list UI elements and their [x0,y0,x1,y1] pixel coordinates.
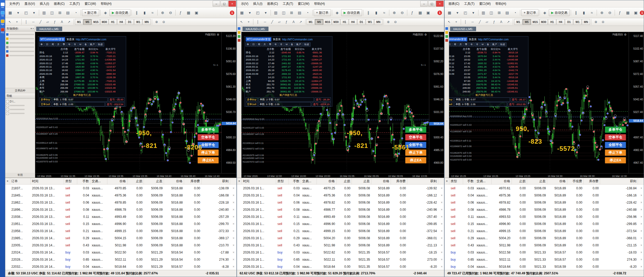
close-order-icon[interactable]: × [638,251,644,254]
panel-tab[interactable]: 轨迹 [97,43,104,46]
timeframe-mn[interactable]: MN [582,19,590,25]
order-row[interactable]: sell0.21xauus...4999.150.005006.095016.8… [445,227,644,234]
timeframe-m1[interactable]: M1 [514,19,522,25]
new-order-button[interactable]: +新订单 [314,9,331,16]
order-row[interactable]: 22032...2026.03.16 14...buy0.04xauus...5… [5,263,236,270]
dock-icon[interactable] [445,39,448,42]
order-row[interactable]: sell0.43xauus...5011.980.005006.095016.8… [445,242,644,249]
close-button[interactable]: × [436,1,444,7]
crosshair-icon[interactable]: + [453,19,460,25]
close-order-icon[interactable]: × [638,229,644,233]
menu-item[interactable]: 图表(C) [446,0,462,7]
menu-item[interactable]: 工具(T) [280,0,295,7]
close-order-icon[interactable]: × [638,215,644,219]
close-order-icon[interactable]: × [438,265,444,269]
timeframe-m30[interactable]: M30 [100,19,108,25]
bar-chart-icon[interactable]: ∥ [364,9,372,16]
timeframe-h1[interactable]: H1 [548,19,556,25]
panel-tab[interactable]: 日 [45,43,50,46]
text-label-icon[interactable]: A [290,19,297,25]
menu-item[interactable]: 图表(C) [52,0,67,7]
dock-icon[interactable] [238,35,240,38]
order-row[interactable]: 21845...2026.03.16 13...sell0.04xauus...… [5,192,236,199]
profiles-menu-icon[interactable]: ▾ [262,9,270,16]
menu-item[interactable]: 插入(I) [251,0,265,7]
minimize-button[interactable]: – [420,1,428,7]
timeframe-m30[interactable]: M30 [332,19,340,25]
order-row[interactable]: 2026.03.16 1...sell0.21xauu...4999.150.0… [237,227,444,234]
column-header[interactable]: 止损 [127,178,144,184]
column-header[interactable]: 库存费 [184,178,202,184]
panel-tab[interactable]: 月 [56,43,61,46]
panel-tab[interactable]: 季 [268,43,273,46]
column-header[interactable]: 价格 [317,178,336,184]
new-chart-menu-icon[interactable]: ▾ [246,9,254,16]
market-watch-item[interactable] [6,32,34,36]
close-long-button[interactable]: 多单平仓 [605,126,626,133]
candle-chart-icon[interactable]: ▮ [372,9,380,16]
order-row[interactable]: sell0.03xauus...4970.610.005006.095016.8… [445,185,644,192]
close-button[interactable]: × [229,1,236,7]
panel-tab[interactable]: 备 [290,43,295,46]
arrow-tools-icon[interactable]: ↗ [505,19,512,25]
panel-link[interactable]: http://MTCommander.com [282,38,313,41]
panel-tab[interactable]: 账户 [295,43,303,46]
close-order-icon[interactable]: × [638,222,644,226]
order-row[interactable]: 2026.03.16 1...sell0.15xauu...4996.900.0… [237,220,444,227]
line-chart-icon[interactable]: ≈ [149,9,156,16]
close-order-icon[interactable]: × [230,243,236,247]
market-watch-icon[interactable]: ▥ [40,9,48,16]
close-order-icon[interactable]: × [638,186,644,190]
close-long-button[interactable]: 多单平仓 [198,126,219,133]
timeframe-d1[interactable]: D1 [126,19,134,25]
close-short-button[interactable]: 空单平仓 [605,134,626,140]
new-order-button[interactable]: +新订单 [82,9,99,16]
close-order-icon[interactable]: × [230,265,236,269]
order-row[interactable]: 2026.03.16 1...buy0.65xauu...5022.110.00… [237,256,444,263]
order-row[interactable]: 2026.03.16 1...buy0.04xauu...5018.640.00… [237,263,444,270]
timeframe-w1[interactable]: W1 [134,19,142,25]
panel-tab[interactable]: 单 [245,43,250,46]
panel-tab[interactable]: 周 [453,43,458,46]
panel-tab[interactable]: 备 [83,43,88,46]
new-chart-icon[interactable]: ▦ [446,9,453,16]
column-header[interactable]: 手数 [77,178,90,184]
timeframe-d1[interactable]: D1 [357,19,366,25]
equidistant-channel-icon[interactable]: ▱ [276,19,283,25]
column-header[interactable]: 价格 [371,178,391,184]
zoom-in-icon[interactable]: ⊕ [598,9,606,16]
strategy-tester-icon[interactable]: ◔ [72,9,80,16]
templates-icon[interactable]: ▣ [424,9,432,16]
market-watch-item[interactable] [6,41,34,45]
close-order-icon[interactable]: × [230,194,236,197]
desktop-icon[interactable] [1,20,4,23]
order-row[interactable]: 21896...2026.03.16 13...sell0.08xauus...… [5,206,236,213]
new-order-button[interactable]: +新订单 [521,9,538,16]
panel-tab[interactable]: 年 [273,43,278,46]
zoom-out-icon[interactable]: ⊖ [392,19,399,25]
profiles-icon[interactable]: ◰ [22,9,30,16]
candle-chart-icon[interactable]: ▮ [580,9,588,16]
vertical-line-icon[interactable]: │ [254,19,261,25]
profiles-menu-icon[interactable]: ▾ [469,9,477,16]
terminal-icon[interactable]: ▤ [64,9,72,16]
stop-orders-button[interactable]: 停止下单 [605,149,626,156]
zoom-out-icon[interactable]: ⊖ [600,19,606,25]
cursor-icon[interactable]: ↖ [6,19,13,25]
line-chart-icon[interactable]: ≈ [588,9,596,16]
close-order-icon[interactable]: × [230,251,236,254]
column-header[interactable]: 价格 [164,178,184,184]
dock-icon[interactable] [238,31,240,34]
panel-tab[interactable]: 日 [251,43,256,46]
trendline-icon[interactable]: ╱ [476,19,483,25]
column-header[interactable]: 类型 [276,178,289,184]
column-header[interactable]: 止盈 [527,178,547,184]
gear-icon[interactable]: ⚙ [217,33,219,36]
close-order-icon[interactable]: × [230,236,236,240]
order-row[interactable]: 21837...2026.03.16 13...sell0.03xauus...… [5,185,236,192]
terminal-icon[interactable]: ▤ [296,9,303,16]
order-row[interactable]: 2026.03.16 1...sell0.43xauu...5011.980.0… [237,242,444,249]
order-row[interactable]: 21985...2026.03.16 14...sell0.29xauus...… [5,234,236,242]
fibonacci-icon[interactable]: ƒ [491,19,497,25]
timeframe-mn[interactable]: MN [143,19,151,25]
